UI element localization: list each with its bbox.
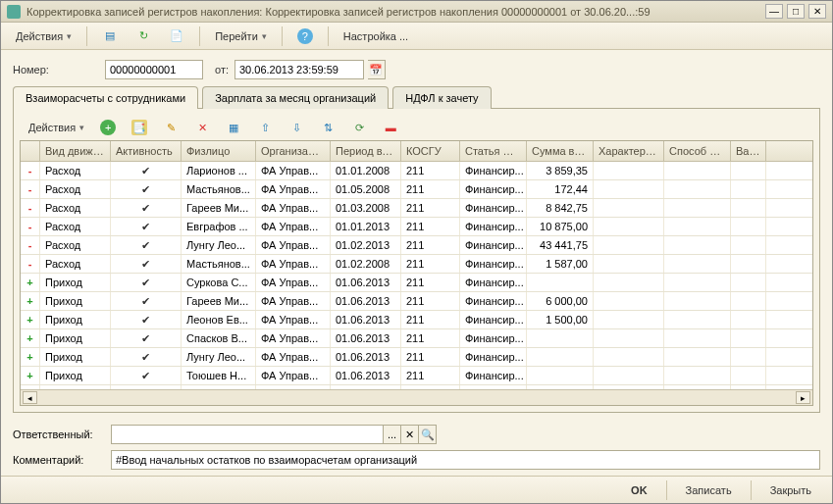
inner-actions-menu[interactable]: Действия ▾ (22, 117, 91, 138)
table-row[interactable]: -Расход✔Мастьянов...ФА Управ...01.05.200… (21, 180, 812, 199)
responsible-clear-button[interactable]: ✕ (401, 425, 419, 444)
row-sign-icon: - (21, 180, 40, 198)
save-button[interactable]: ▤ (95, 25, 125, 47)
move-down-button[interactable]: ⇩ (282, 117, 311, 138)
row-kosgu: 211 (401, 180, 460, 198)
row-org: ФА Управ... (256, 199, 331, 217)
settings-button[interactable]: Настройка ... (337, 25, 415, 47)
table-row[interactable]: -Расход✔Лунгу Лео...ФА Управ...01.02.201… (21, 236, 812, 255)
scroll-left-button[interactable]: ◂ (23, 391, 37, 404)
grid-button[interactable]: ▦ (219, 117, 248, 138)
table-row[interactable]: -Расход✔Евграфов ...ФА Управ...01.01.201… (21, 218, 812, 236)
add-button[interactable]: + (93, 117, 123, 138)
responsible-select-button[interactable]: ... (384, 425, 401, 444)
row-org: ФА Управ... (256, 348, 331, 366)
row-movement: Расход (40, 180, 111, 198)
tab-ndfl[interactable]: НДФЛ к зачету (392, 86, 491, 109)
row-person: Лунгу Лео... (182, 348, 256, 366)
col-method[interactable]: Способ вы... (664, 141, 731, 161)
row-movement: Приход (40, 367, 111, 384)
table-row[interactable]: +Приход✔Лунгу Лео...ФА Управ...01.06.201… (21, 348, 812, 367)
row-method (664, 162, 731, 179)
number-input[interactable] (105, 60, 203, 79)
separator (282, 26, 283, 46)
edit-button[interactable]: ✎ (156, 117, 185, 138)
save-button[interactable]: Записать (675, 480, 743, 500)
row-sum: 3 859,35 (527, 162, 594, 179)
row-person: Тоюшев Н... (182, 367, 256, 384)
col-val[interactable]: Вал... (731, 141, 766, 161)
col-kosgu[interactable]: КОСГУ (401, 141, 460, 161)
report-button[interactable]: 📄 (162, 25, 191, 47)
table-row[interactable]: -Расход✔Гареев Ми...ФА Управ...01.03.200… (21, 199, 812, 218)
grid-body[interactable]: -Расход✔Ларионов ...ФА Управ...01.01.200… (21, 162, 812, 389)
separator (751, 480, 752, 500)
row-sign-icon: - (21, 199, 40, 217)
table-row[interactable]: +Приход✔Суркова С...ФА Управ...01.06.201… (21, 274, 812, 292)
tab-salary[interactable]: Зарплата за месяц организаций (202, 86, 389, 109)
delete-button[interactable]: ✕ (187, 117, 217, 138)
maximize-button[interactable]: □ (787, 4, 805, 19)
table-row[interactable]: -Расход✔Мастьянов...ФА Управ...01.02.200… (21, 255, 812, 274)
go-menu[interactable]: Перейти ▾ (208, 25, 274, 47)
ok-button[interactable]: OK (620, 480, 658, 500)
row-val (731, 367, 766, 384)
close-button[interactable]: ✕ (808, 4, 826, 19)
refresh-button[interactable]: ⟳ (344, 117, 374, 138)
row-person: Мастьянов... (182, 180, 256, 198)
grid-header: Вид движе... Активность Физлицо Организа… (21, 141, 812, 162)
col-period[interactable]: Период вз... (331, 141, 401, 161)
comment-input[interactable] (111, 450, 820, 470)
row-person: Мастьянов... (182, 255, 256, 273)
col-icon[interactable] (21, 141, 40, 161)
col-movement[interactable]: Вид движе... (40, 141, 111, 161)
table-row[interactable]: +Приход✔Тоюшев Н...ФА Управ...01.06.2013… (21, 367, 812, 385)
table-row[interactable]: +Приход✔Гареев Ми...ФА Управ...01.06.201… (21, 292, 812, 311)
date-input[interactable] (234, 60, 364, 79)
row-char (594, 367, 664, 384)
go-label: Перейти (215, 30, 258, 42)
grid: Вид движе... Активность Физлицо Организа… (20, 140, 813, 406)
scroll-right-button[interactable]: ▸ (796, 391, 810, 404)
table-row[interactable]: +Приход✔Спасков В...ФА Управ...01.06.201… (21, 329, 812, 348)
scrollbar[interactable]: ◂ ▸ (21, 389, 812, 405)
bottom-fields: Ответственный: ... ✕ 🔍 Комментарий: (1, 419, 832, 476)
row-val (731, 348, 766, 366)
row-val (731, 199, 766, 217)
responsible-search-button[interactable]: 🔍 (419, 425, 437, 444)
row-period: 01.06.2013 (331, 329, 401, 347)
col-activity[interactable]: Активность (111, 141, 182, 161)
table-row[interactable]: +Приход✔Леонов Ев...ФА Управ...01.06.201… (21, 311, 812, 329)
help-button[interactable]: ? (290, 25, 320, 47)
table-row[interactable]: -Расход✔Ларионов ...ФА Управ...01.01.200… (21, 162, 812, 180)
minimize-button[interactable]: — (765, 4, 783, 19)
calendar-button[interactable]: 📅 (368, 60, 386, 79)
window: Корректировка записей регистров накоплен… (0, 0, 833, 504)
copy-button[interactable]: 📑 (125, 117, 154, 138)
form-row: Номер: от: 📅 (1, 50, 832, 85)
row-sign-icon: + (21, 274, 40, 291)
row-sum (527, 329, 594, 347)
row-activity: ✔ (111, 180, 182, 198)
move-up-button[interactable]: ⇧ (250, 117, 280, 138)
responsible-input[interactable] (111, 425, 384, 444)
row-char (594, 162, 664, 179)
col-status[interactable]: Статья фин... (460, 141, 527, 161)
row-sign-icon: - (21, 236, 40, 254)
fill-button[interactable]: ▬ (376, 117, 405, 138)
row-movement: Расход (40, 162, 111, 179)
row-movement: Расход (40, 199, 111, 217)
actions-menu[interactable]: Действия ▾ (9, 25, 78, 47)
row-activity: ✔ (111, 367, 182, 384)
col-org[interactable]: Организация (256, 141, 331, 161)
col-sum[interactable]: Сумма вза... (527, 141, 594, 161)
separator (199, 26, 200, 46)
tab-mutual-settlements[interactable]: Взаиморасчеты с сотрудниками (13, 86, 198, 109)
sort-button[interactable]: ⇅ (313, 117, 342, 138)
col-char[interactable]: Характер в... (594, 141, 664, 161)
close-button[interactable]: Закрыть (759, 480, 822, 500)
col-person[interactable]: Физлицо (182, 141, 256, 161)
row-activity: ✔ (111, 348, 182, 366)
post-button[interactable]: ↻ (129, 25, 158, 47)
row-movement: Приход (40, 311, 111, 328)
